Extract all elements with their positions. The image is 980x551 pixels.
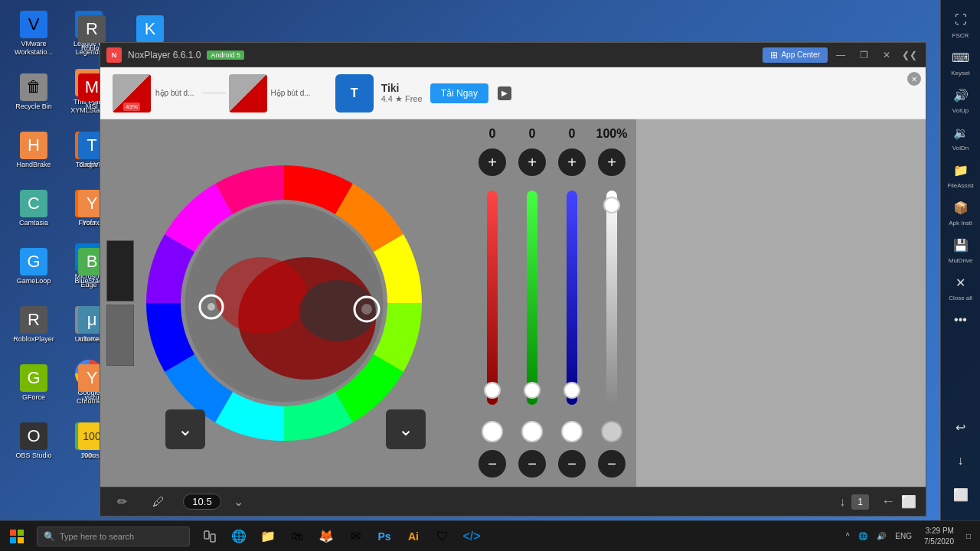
ad-install-button[interactable]: Tải Ngay [430, 83, 488, 103]
taskbar-volume-icon[interactable]: 🔊 [874, 532, 889, 540]
sidebar-item-muldrive[interactable]: 💾 MulDrive [943, 231, 978, 267]
taskbar-explorer-btn[interactable]: 📁 [254, 522, 282, 551]
app-center-button[interactable]: ⊞ App Center [763, 47, 828, 63]
minimize-button[interactable]: — [831, 47, 851, 64]
close-button[interactable]: ✕ [877, 47, 897, 64]
taskbar-notification-icon[interactable]: □ [963, 532, 974, 540]
taskbar-ps-btn[interactable]: Ps [371, 522, 398, 551]
sidebar-item-fileassist[interactable]: 📁 FileAssist [943, 156, 978, 192]
voldn-icon: 🔉 [950, 122, 972, 143]
taskbar-store-btn[interactable]: 🛍 [283, 522, 311, 551]
b-plus-btn[interactable]: + [558, 148, 586, 176]
taskbar-mail-btn[interactable]: ✉ [341, 522, 369, 551]
taskbar-shield-btn[interactable]: 🛡 [429, 522, 456, 551]
taskbar-app-icons: 🌐 📁 🛍 🦊 ✉ Ps Ai 🛡 </> [193, 522, 488, 551]
sidebar-item-fscr[interactable]: ⛶ FSCR [943, 6, 978, 42]
ad-close-button[interactable]: ✕ [907, 72, 921, 86]
desktop-icon-camtasia[interactable]: C Camtasia [6, 181, 61, 236]
color-wheel-container[interactable]: ⌄ ⌄ [135, 154, 433, 452]
bottom-down-arrow-btn[interactable]: ↓ [839, 495, 845, 509]
more-icon: ••• [950, 309, 972, 331]
g-slider-thumb[interactable] [524, 382, 541, 399]
color-picker-area: ⌄ ⌄ [100, 119, 926, 487]
swatch-gray[interactable] [106, 305, 134, 366]
b-thumb-indicator [561, 421, 583, 442]
sidebar-undo-btn[interactable]: ↩ [943, 413, 978, 441]
start-button[interactable] [0, 521, 34, 552]
b-slider-thumb[interactable] [564, 382, 580, 399]
b-minus-btn[interactable]: − [558, 450, 586, 478]
a-slider[interactable] [606, 191, 617, 405]
r-minus-btn[interactable]: − [479, 450, 506, 478]
right-sidebar: ⛶ FSCR ⌨ Keyset 🔊 VolUp 🔉 VolDn 📁 FileAs… [940, 0, 980, 520]
expand-panel-button[interactable]: ❮❮ [900, 47, 920, 64]
desktop-icon-robloxplayer[interactable]: R RobloxPlayer [6, 297, 61, 352]
keyset-icon: ⌨ [950, 47, 972, 68]
bottom-expand-btn[interactable]: ⬜ [901, 494, 916, 509]
resize-button[interactable]: ❐ [854, 47, 874, 64]
taskbar-firefox-btn[interactable]: 🦊 [312, 522, 340, 551]
apkinstall-icon: 📦 [950, 197, 972, 218]
g-minus-btn[interactable]: − [518, 450, 546, 478]
r-slider-thumb[interactable] [484, 382, 501, 399]
g-plus-btn[interactable]: + [518, 148, 546, 176]
color-swatches [106, 240, 134, 366]
color-wheel-down-btn-2[interactable]: ⌄ [386, 409, 426, 449]
sidebar-expand-btn[interactable]: ⬜ [943, 481, 978, 508]
svg-rect-14 [18, 537, 24, 543]
taskbar-network-icon[interactable]: 🌐 [855, 532, 871, 540]
rgba-headers: 0 0 0 100% [475, 127, 629, 141]
sidebar-down-btn[interactable]: ↓ [943, 447, 978, 474]
taskbar-ai-btn[interactable]: Ai [400, 522, 427, 551]
desktop-icon-gforce[interactable]: G GForce [6, 355, 61, 410]
svg-point-10 [361, 304, 372, 315]
r-plus-btn[interactable]: + [479, 148, 506, 176]
down-icon: ↓ [950, 450, 972, 471]
swatch-black[interactable] [106, 240, 134, 302]
rgba-sliders-panel: 0 0 0 100% [468, 119, 636, 487]
ad-product-image: 43% [113, 74, 151, 112]
svg-rect-11 [10, 530, 16, 536]
sidebar-item-volup[interactable]: 🔊 VolUp [943, 81, 978, 117]
a-col: 100% [594, 127, 629, 141]
sidebar-item-closeall[interactable]: ✕ Close all [943, 269, 978, 305]
closeall-icon: ✕ [950, 272, 972, 293]
nox-bottom-bar: ✏ 🖊 10.5 ⌄ ↓ 1 ← ⬜ [100, 487, 926, 516]
page-indicator[interactable]: 1 [851, 494, 869, 510]
sidebar-item-apkinstall[interactable]: 📦 Apk Instl [943, 194, 978, 230]
taskbar-clock[interactable]: 3:29 PM 7/5/2020 [918, 526, 960, 547]
search-icon: 🔍 [44, 531, 55, 542]
taskbar-taskview-btn[interactable] [196, 522, 224, 551]
desktop: V VMwareWorkstatio... 🗑 Recycle Bin H Ha… [0, 0, 980, 520]
desktop-icon-gameloop[interactable]: G GameLoop [6, 239, 61, 294]
desktop-icon-handbrake[interactable]: H HandBrake [6, 122, 61, 178]
brush-size-value[interactable]: 10.5 [183, 494, 221, 510]
desktop-icon-vmware[interactable]: V VMwareWorkstatio... [6, 6, 61, 61]
nox-logo: N [106, 47, 122, 63]
color-wheel-down-btn[interactable]: ⌄ [165, 409, 205, 449]
svg-rect-12 [18, 530, 24, 536]
taskbar-code-btn[interactable]: </> [458, 522, 485, 551]
sidebar-item-more[interactable]: ••• [943, 306, 978, 335]
brush-tool-btn[interactable]: ✏ [109, 490, 134, 514]
ad-expand-icon[interactable]: ▶ [498, 86, 511, 100]
taskbar-tray-chevron[interactable]: ^ [843, 532, 853, 540]
desktop-icon-obs[interactable]: O OBS Studio [6, 413, 61, 468]
r-slider[interactable] [487, 191, 498, 405]
taskbar-search-box[interactable]: 🔍 Type here to search [37, 527, 190, 546]
taskbar-edge-btn[interactable]: 🌐 [225, 522, 253, 551]
b-slider[interactable] [567, 191, 577, 405]
taskbar-battery-icon[interactable]: ENG [892, 532, 915, 540]
pencil-tool-btn[interactable]: 🖊 [146, 490, 171, 514]
desktop-icon-recycle[interactable]: 🗑 Recycle Bin [6, 64, 61, 119]
a-minus-btn[interactable]: − [598, 450, 626, 478]
sidebar-item-keyset[interactable]: ⌨ Keyset [943, 44, 978, 80]
r-value: 0 [489, 127, 496, 141]
g-slider[interactable] [527, 191, 537, 405]
bottom-chevron-down-btn[interactable]: ⌄ [234, 494, 243, 509]
a-slider-thumb[interactable] [603, 197, 620, 214]
a-plus-btn[interactable]: + [598, 148, 626, 176]
a-thumb-indicator [601, 421, 622, 442]
back-button[interactable]: ← [881, 494, 895, 510]
sidebar-item-voldn[interactable]: 🔉 VolDn [943, 119, 978, 155]
